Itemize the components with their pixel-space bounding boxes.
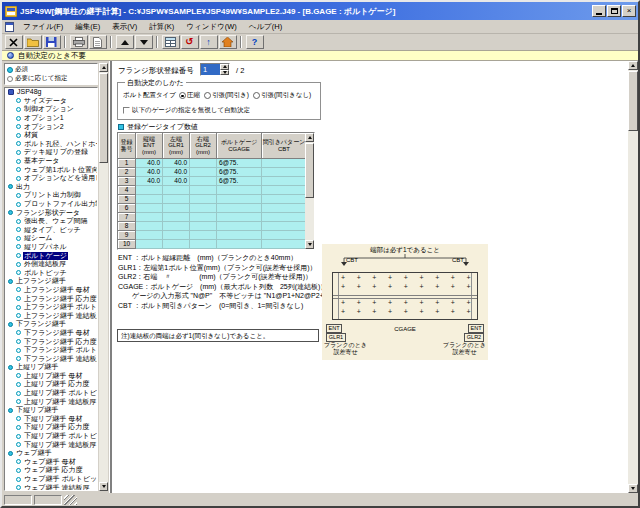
prev-page-button[interactable]: [116, 35, 134, 49]
glr1-cell[interactable]: [163, 204, 190, 213]
cbt-cell[interactable]: [262, 186, 307, 195]
tree-item[interactable]: フランジ形状データ: [5, 208, 97, 217]
table-scrollbar[interactable]: [305, 133, 314, 249]
glr2-cell[interactable]: [190, 168, 217, 177]
menu-item[interactable]: ヘルプ(H): [243, 20, 288, 34]
glr1-cell[interactable]: [163, 213, 190, 222]
tree-item[interactable]: 上縦リブ継手: [5, 363, 97, 372]
cgage-cell[interactable]: 6@75.: [217, 177, 262, 186]
tree-item[interactable]: オプション2: [5, 122, 97, 131]
tree-item[interactable]: 外側連結板厚: [5, 260, 97, 269]
spreadsheet-button[interactable]: [162, 35, 180, 49]
ent-cell[interactable]: [136, 186, 163, 195]
scroll-up-button[interactable]: [628, 61, 638, 70]
tree-item[interactable]: 上フランジ継手 ボルトピッチ: [5, 303, 97, 312]
menu-item[interactable]: ウィンドウ(W): [180, 20, 242, 34]
recalculate-button[interactable]: ↺: [181, 35, 199, 49]
tree-item[interactable]: 材質: [5, 131, 97, 140]
glr2-cell[interactable]: [190, 159, 217, 168]
tree-item[interactable]: ウェブ継手 応力度: [5, 466, 97, 475]
glr1-cell[interactable]: 40.0: [163, 159, 190, 168]
cgage-cell[interactable]: [217, 186, 262, 195]
cbt-cell[interactable]: [262, 240, 307, 249]
cbt-cell[interactable]: [262, 231, 307, 240]
tree-item[interactable]: ボルトゲージ: [5, 251, 97, 260]
cgage-cell[interactable]: [217, 204, 262, 213]
ignore-gauge-checkbox[interactable]: [123, 107, 130, 114]
ent-cell[interactable]: 40.0: [136, 177, 163, 186]
menu-item[interactable]: 計算(K): [143, 20, 180, 34]
glr2-cell[interactable]: [190, 213, 217, 222]
glr2-cell[interactable]: [190, 177, 217, 186]
cbt-cell[interactable]: [262, 177, 307, 186]
print-preview-button[interactable]: [89, 35, 107, 49]
tree-item[interactable]: 出力: [5, 183, 97, 192]
sidebar-scrollbar[interactable]: [99, 63, 108, 491]
scroll-down-button[interactable]: [628, 484, 638, 493]
menu-item[interactable]: ファイル(F): [17, 20, 69, 34]
tree-item[interactable]: ウェブ継手 母材: [5, 458, 97, 467]
ent-cell[interactable]: [136, 195, 163, 204]
tree-item[interactable]: 下フランジ継手: [5, 320, 97, 329]
scroll-down-button[interactable]: [99, 482, 108, 491]
print-button[interactable]: [70, 35, 88, 49]
tree-item[interactable]: ウェブ継手 ボルトピッチ: [5, 475, 97, 484]
output-button[interactable]: ↑: [200, 35, 218, 49]
tree-item[interactable]: 下縦リブ継手 連結板厚: [5, 440, 97, 449]
scroll-thumb[interactable]: [99, 73, 108, 163]
cgage-cell[interactable]: [217, 213, 262, 222]
glr2-cell[interactable]: [190, 195, 217, 204]
ent-cell[interactable]: [136, 204, 163, 213]
scroll-thumb[interactable]: [305, 143, 314, 198]
tree-item[interactable]: 上フランジ継手 応力度: [5, 294, 97, 303]
next-page-button[interactable]: [135, 35, 153, 49]
glr1-cell[interactable]: [163, 186, 190, 195]
cgage-cell[interactable]: [217, 222, 262, 231]
tree-item[interactable]: 下縦リブ継手 母材: [5, 415, 97, 424]
scroll-thumb[interactable]: [628, 71, 638, 131]
tree-item[interactable]: JSP48g: [5, 88, 97, 97]
cgage-cell[interactable]: [217, 231, 262, 240]
tree-item[interactable]: ボルト孔径、ハンドホール径: [5, 140, 97, 149]
menu-item[interactable]: 表示(V): [106, 20, 143, 34]
cgage-cell[interactable]: 6@75.: [217, 168, 262, 177]
tree-item[interactable]: ボルトピッチ: [5, 268, 97, 277]
tree-item[interactable]: 上縦リブ継手 応力度: [5, 380, 97, 389]
glr2-cell[interactable]: [190, 186, 217, 195]
tree-item[interactable]: サイズデータ: [5, 97, 97, 106]
spinner-down-button[interactable]: [220, 70, 229, 76]
cgage-cell[interactable]: 6@75.: [217, 159, 262, 168]
tree-item[interactable]: ウェブ継手: [5, 449, 97, 458]
tree-item[interactable]: 縦タイプ、ピッチ: [5, 226, 97, 235]
cgage-cell[interactable]: [217, 195, 262, 204]
bolt-layout-radio[interactable]: 引張(間引きなし): [253, 91, 311, 100]
tree-item[interactable]: 上フランジ継手 連結板厚: [5, 311, 97, 320]
tree-item[interactable]: 上縦リブ継手 母材: [5, 372, 97, 381]
scroll-up-button[interactable]: [99, 63, 108, 72]
glr1-cell[interactable]: [163, 231, 190, 240]
resize-grip[interactable]: [64, 495, 77, 505]
save-file-button[interactable]: [43, 35, 61, 49]
home-button[interactable]: [219, 35, 237, 49]
tree-item[interactable]: 上フランジ継手: [5, 277, 97, 286]
cbt-cell[interactable]: [262, 159, 307, 168]
ent-cell[interactable]: [136, 222, 163, 231]
glr2-cell[interactable]: [190, 204, 217, 213]
tree-item[interactable]: オプション1: [5, 114, 97, 123]
glr1-cell[interactable]: 40.0: [163, 168, 190, 177]
tree-item[interactable]: 下フランジ継手 ボルトピッチ: [5, 346, 97, 355]
close-button[interactable]: ×: [622, 5, 636, 17]
help-button[interactable]: ?: [246, 35, 264, 49]
register-number-spinner[interactable]: 1: [200, 63, 230, 76]
glr1-cell[interactable]: [163, 195, 190, 204]
tree-item[interactable]: 下縦リブ継手: [5, 406, 97, 415]
glr1-cell[interactable]: [163, 222, 190, 231]
scroll-down-button[interactable]: [305, 240, 314, 249]
cbt-cell[interactable]: [262, 222, 307, 231]
scroll-up-button[interactable]: [305, 133, 314, 142]
ent-cell[interactable]: [136, 213, 163, 222]
tree-item[interactable]: オプションなどを適用しないオ: [5, 174, 97, 183]
tree-item[interactable]: プリント出力制御: [5, 191, 97, 200]
close-file-button[interactable]: [5, 35, 23, 49]
glr2-cell[interactable]: [190, 222, 217, 231]
